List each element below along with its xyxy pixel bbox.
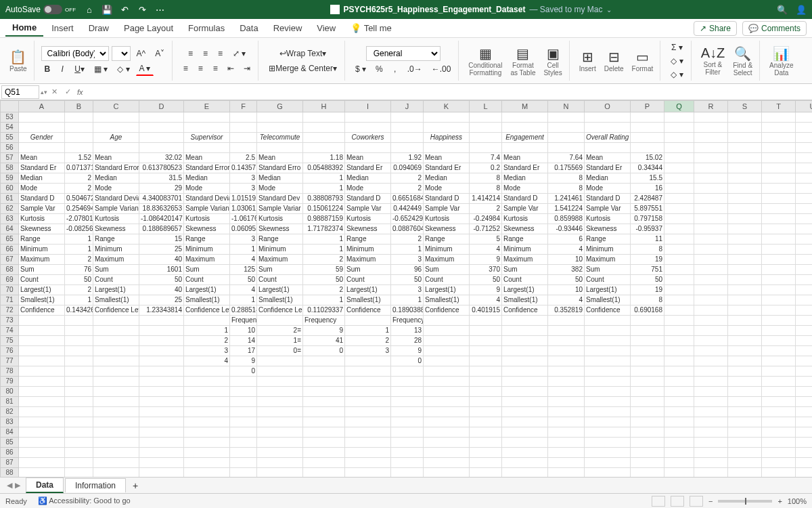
cell-I78[interactable] <box>345 366 391 377</box>
row-header-58[interactable]: 58 <box>0 163 19 173</box>
cell-C65[interactable]: Range <box>93 234 139 245</box>
row-header-55[interactable]: 55 <box>0 133 19 143</box>
cell-T82[interactable] <box>762 407 796 417</box>
cell-R59[interactable] <box>694 173 728 184</box>
cell-Q76[interactable] <box>664 346 694 356</box>
cell-K63[interactable]: Kurtosis <box>424 214 470 224</box>
cell-Q56[interactable] <box>664 143 694 153</box>
cell-I68[interactable]: Sum <box>345 265 391 275</box>
cell-Q69[interactable] <box>664 275 694 285</box>
cell-S87[interactable] <box>728 458 762 468</box>
cell-N83[interactable] <box>548 417 585 427</box>
cell-K83[interactable] <box>424 417 470 427</box>
cell-T86[interactable] <box>762 448 796 458</box>
cell-B61[interactable]: 0.504672 <box>65 194 93 204</box>
cell-E57[interactable]: Mean <box>184 153 230 163</box>
cell-T58[interactable] <box>762 163 796 173</box>
cell-R53[interactable] <box>694 112 728 123</box>
cell-L65[interactable]: 5 <box>470 234 502 245</box>
cell-P73[interactable] <box>631 316 664 326</box>
cell-N54[interactable] <box>548 123 585 133</box>
cell-T63[interactable] <box>762 214 796 224</box>
cell-J66[interactable]: 1 <box>391 245 424 255</box>
cell-O68[interactable]: Sum <box>585 265 631 275</box>
cell-G82[interactable] <box>257 407 303 417</box>
cell-D76[interactable] <box>139 346 184 356</box>
cell-C56[interactable] <box>93 143 139 153</box>
cell-B68[interactable]: 76 <box>65 265 93 275</box>
cell-R54[interactable] <box>694 123 728 133</box>
cell-N87[interactable] <box>548 458 585 468</box>
cell-A79[interactable] <box>19 377 65 387</box>
cell-L68[interactable]: 370 <box>470 265 502 275</box>
cell-E68[interactable]: Sum <box>184 265 230 275</box>
cell-R64[interactable] <box>694 224 728 234</box>
cell-T79[interactable] <box>762 377 796 387</box>
cell-S54[interactable] <box>728 123 762 133</box>
cell-C86[interactable] <box>93 448 139 458</box>
cell-C73[interactable] <box>93 316 139 326</box>
cell-T59[interactable] <box>762 173 796 184</box>
cell-G67[interactable]: Maximum <box>257 255 303 265</box>
cell-M85[interactable] <box>502 438 548 448</box>
cell-L57[interactable]: 7.4 <box>470 153 502 163</box>
cell-K65[interactable]: Range <box>424 234 470 245</box>
cell-G66[interactable]: Minimum <box>257 245 303 255</box>
cell-F77[interactable]: 9 <box>230 356 257 366</box>
cell-U60[interactable] <box>796 184 812 194</box>
cell-J69[interactable]: 50 <box>391 275 424 285</box>
cell-R82[interactable] <box>694 407 728 417</box>
cell-P55[interactable] <box>631 133 664 143</box>
cell-T87[interactable] <box>762 458 796 468</box>
cell-F63[interactable]: -1.061767 <box>230 214 257 224</box>
cell-P82[interactable] <box>631 407 664 417</box>
cell-D86[interactable] <box>139 448 184 458</box>
cell-T77[interactable] <box>762 356 796 366</box>
cell-L53[interactable] <box>470 112 502 123</box>
cell-F58[interactable]: 0.14357 <box>230 163 257 173</box>
row-header-78[interactable]: 78 <box>0 366 19 377</box>
redo-icon[interactable]: ↷ <box>137 4 148 15</box>
cell-M68[interactable]: Sum <box>502 265 548 275</box>
cell-O69[interactable]: Count <box>585 275 631 285</box>
cell-Q88[interactable] <box>664 468 694 477</box>
cell-M64[interactable]: Skewness <box>502 224 548 234</box>
cell-F78[interactable]: 0 <box>230 366 257 377</box>
cell-L67[interactable]: 9 <box>470 255 502 265</box>
cell-L82[interactable] <box>470 407 502 417</box>
cell-T72[interactable] <box>762 305 796 316</box>
cell-R76[interactable] <box>694 346 728 356</box>
cell-B69[interactable]: 50 <box>65 275 93 285</box>
orientation-button[interactable]: ⤢ ▾ <box>229 47 249 60</box>
cell-A72[interactable]: Confidence <box>19 305 65 316</box>
cell-T57[interactable] <box>762 153 796 163</box>
cell-E60[interactable]: Mode <box>184 184 230 194</box>
cell-D62[interactable]: 18.83632653 <box>139 204 184 214</box>
cell-H76[interactable]: 0 <box>303 346 345 356</box>
cell-U77[interactable] <box>796 356 812 366</box>
cell-G80[interactable] <box>257 387 303 397</box>
find-select-button[interactable]: 🔍Find & Select <box>730 44 755 78</box>
cell-N67[interactable]: 10 <box>548 255 585 265</box>
cell-I85[interactable] <box>345 438 391 448</box>
row-header-77[interactable]: 77 <box>0 356 19 366</box>
cell-B87[interactable] <box>65 458 93 468</box>
cell-H64[interactable]: 1.71782374 <box>303 224 345 234</box>
row-header-80[interactable]: 80 <box>0 387 19 397</box>
autosave-toggle[interactable]: AutoSave OFF <box>5 5 76 14</box>
cell-K57[interactable]: Mean <box>424 153 470 163</box>
cell-E64[interactable]: Skewness <box>184 224 230 234</box>
cell-U56[interactable] <box>796 143 812 153</box>
cell-P65[interactable]: 11 <box>631 234 664 245</box>
cell-Q61[interactable] <box>664 194 694 204</box>
cell-Q78[interactable] <box>664 366 694 377</box>
cell-I86[interactable] <box>345 448 391 458</box>
cell-H73[interactable]: Frequency <box>303 316 345 326</box>
cell-P68[interactable]: 751 <box>631 265 664 275</box>
cell-U84[interactable] <box>796 427 812 438</box>
cell-B86[interactable] <box>65 448 93 458</box>
cell-R85[interactable] <box>694 438 728 448</box>
cell-C79[interactable] <box>93 377 139 387</box>
cell-S55[interactable] <box>728 133 762 143</box>
cell-B64[interactable]: -0.08256 <box>65 224 93 234</box>
